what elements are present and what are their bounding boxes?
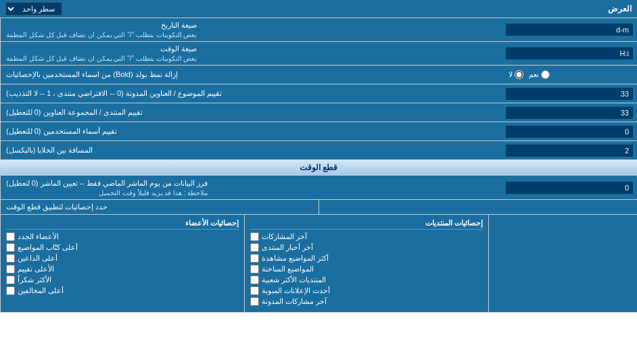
topics-sort-input[interactable] — [506, 88, 633, 100]
date-format-input-area — [502, 18, 637, 41]
checkbox-member-1[interactable] — [6, 232, 15, 241]
check-forum-6: أحدث الإعلانات المبوبة — [250, 286, 483, 295]
checkbox-forum-7[interactable] — [250, 297, 259, 306]
display-select[interactable]: سطر واحدسطرانثلاثة أسطر — [5, 2, 62, 16]
bold-remove-label: إزالة نمط بولد (Bold) من اسماء المستخدمي… — [0, 66, 502, 84]
time-format-input[interactable] — [506, 47, 633, 59]
check-member-4: الأعلى تقييم — [6, 265, 239, 274]
check-forum-4: المواضيع الساخنة — [250, 265, 483, 274]
radio-no-label[interactable]: لا — [509, 70, 523, 79]
bold-radio-area: نعم لا — [502, 66, 637, 84]
checkbox-member-5[interactable] — [6, 276, 15, 284]
cutoff-section-header: قطع الوقت — [0, 160, 637, 176]
col-forum-stats-header: إحصائيات المنتديات — [250, 219, 483, 230]
radio-yes[interactable] — [541, 70, 550, 79]
date-format-label: صيغة التاريخ بعض التكوينات يتطلب "/" الت… — [0, 18, 502, 41]
col-member-stats-header: إحصائيات الأعضاء — [6, 219, 239, 230]
topics-sort-row: تقييم الموضوع / العناوين المدونة (0 -- ا… — [0, 84, 637, 103]
filter-label: فرز البيانات من يوم الماشر الماضي فقط --… — [0, 176, 502, 199]
users-sort-label: تقييم أسماء المستخدمين (0 للتعطيل) — [0, 122, 502, 140]
time-format-label: صيغة الوقت بعض التكوينات يتطلب "/" التي … — [0, 42, 502, 65]
cell-spacing-input-area — [502, 141, 637, 159]
checkbox-forum-4[interactable] — [250, 265, 259, 274]
forum-sort-label: تقييم المنتدى / المجموعة العناوين (0 للت… — [0, 103, 502, 122]
checkbox-forum-5[interactable] — [250, 276, 259, 284]
check-forum-2: آخر أخبار المنتدى — [250, 243, 483, 252]
topics-sort-label: تقييم الموضوع / العناوين المدونة (0 -- ا… — [0, 84, 502, 103]
main-container: العرض سطر واحدسطرانثلاثة أسطر صيغة التار… — [0, 0, 637, 313]
checkbox-member-3[interactable] — [6, 254, 15, 263]
check-forum-1: آخر المشاركات — [250, 232, 483, 241]
checkbox-member-2[interactable] — [6, 243, 15, 252]
checkboxes-section: إحصائيات المنتديات آخر المشاركات آخر أخب… — [0, 215, 637, 313]
date-format-input[interactable] — [506, 24, 633, 36]
check-forum-5: المنتديات الأكثر شعبية — [250, 276, 483, 284]
users-sort-row: تقييم أسماء المستخدمين (0 للتعطيل) — [0, 122, 637, 141]
filter-input-area — [502, 176, 637, 199]
cell-spacing-row: المسافة بين الخلايا (بالبكسل) — [0, 141, 637, 160]
check-forum-3: أكثر المواضيع مشاهدة — [250, 254, 483, 263]
checkbox-forum-1[interactable] — [250, 232, 259, 241]
stats-apply-row: حدد إحصائيات لتطبيق قطع الوقت — [0, 200, 637, 215]
header-row: العرض سطر واحدسطرانثلاثة أسطر — [0, 0, 637, 18]
forum-sort-input[interactable] — [506, 107, 633, 119]
check-forum-7: آخر مشاركات المدونة — [250, 297, 483, 306]
checkbox-forum-2[interactable] — [250, 243, 259, 252]
check-member-5: الأكثر شكراً — [6, 276, 239, 284]
col-member-stats: إحصائيات الأعضاء الأعضاء الجدد أعلى كتّا… — [0, 215, 244, 312]
users-sort-input-area — [502, 122, 637, 140]
topics-sort-input-area — [502, 84, 637, 103]
forum-sort-input-area — [502, 103, 637, 122]
check-member-3: أعلى الداعين — [6, 254, 239, 263]
cell-spacing-input[interactable] — [506, 145, 633, 157]
filter-input[interactable] — [506, 182, 633, 194]
bold-remove-row: نعم لا إزالة نمط بولد (Bold) من اسماء ال… — [0, 66, 637, 84]
checkbox-member-6[interactable] — [6, 286, 15, 295]
col-forum-stats: إحصائيات المنتديات آخر المشاركات آخر أخب… — [244, 215, 488, 312]
stats-apply-label: حدد إحصائيات لتطبيق قطع الوقت — [0, 200, 318, 214]
forum-sort-row: تقييم المنتدى / المجموعة العناوين (0 للت… — [0, 103, 637, 122]
header-label: العرض — [608, 4, 632, 14]
radio-no[interactable] — [515, 70, 523, 79]
checkbox-forum-6[interactable] — [250, 286, 259, 295]
users-sort-input[interactable] — [506, 126, 633, 138]
check-member-1: الأعضاء الجدد — [6, 232, 239, 241]
check-member-6: أعلى المخالفين — [6, 286, 239, 295]
time-format-row: صيغة الوقت بعض التكوينات يتطلب "/" التي … — [0, 42, 637, 66]
checkbox-member-4[interactable] — [6, 265, 15, 274]
radio-yes-label[interactable]: نعم — [529, 70, 550, 79]
check-member-2: أعلى كتّاب المواضيع — [6, 243, 239, 252]
cell-spacing-label: المسافة بين الخلايا (بالبكسل) — [0, 141, 502, 159]
date-format-row: صيغة التاريخ بعض التكوينات يتطلب "/" الت… — [0, 18, 637, 42]
time-format-input-area — [502, 42, 637, 65]
checkbox-forum-3[interactable] — [250, 254, 259, 263]
filter-row: فرز البيانات من يوم الماشر الماضي فقط --… — [0, 176, 637, 200]
dropdown-area: سطر واحدسطرانثلاثة أسطر — [5, 2, 62, 16]
